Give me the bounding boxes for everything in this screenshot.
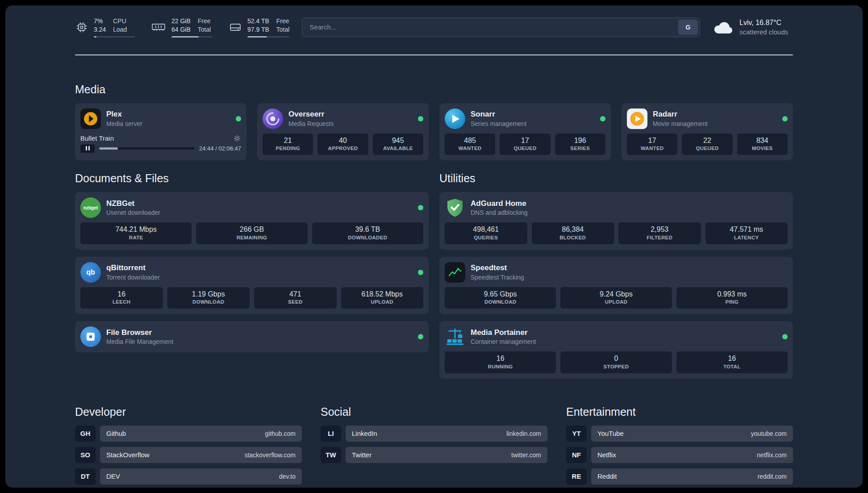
bookmark-dev[interactable]: DT DEV dev.to: [75, 468, 302, 485]
stat-queued: 17 QUEUED: [500, 134, 550, 155]
bookmark-youtube[interactable]: YT YouTube youtube.com: [566, 426, 793, 442]
bookmark-netflix[interactable]: NF Netflix netflix.com: [566, 447, 793, 463]
service-name: NZBGet: [106, 199, 160, 208]
stat-upload: 618.52 Mbps UPLOAD: [341, 287, 424, 309]
bookmark-name: LinkedIn: [352, 430, 377, 437]
radarr-icon: [627, 109, 647, 129]
service-name: Media Portainer: [471, 328, 536, 337]
disk-total-label: Total: [276, 25, 290, 34]
stat-filtered: 2,953 FILTERED: [618, 222, 701, 244]
stat-leech: 16 LEECH: [80, 287, 163, 309]
stat-pending: 21 PENDING: [263, 134, 313, 155]
bookmark-name: DEV: [106, 472, 120, 480]
service-card-portainer[interactable]: Media Portainer Container management 16 …: [439, 321, 793, 379]
bookmark-github[interactable]: GH Github github.com: [75, 426, 302, 442]
gear-icon[interactable]: [233, 134, 241, 142]
bookmark-abbr: YT: [566, 426, 587, 442]
playback-time: 24:44 / 02:06:47: [199, 145, 241, 152]
service-desc: Container management: [471, 338, 536, 346]
cpu-percent: 7%: [94, 17, 106, 25]
disk-icon: [229, 21, 242, 34]
cloud-icon: [713, 20, 734, 35]
service-card-adguard[interactable]: AdGuard Home DNS and adblocking 498,461 …: [439, 192, 793, 250]
status-dot: [782, 334, 788, 339]
bookmark-abbr: LI: [321, 426, 341, 442]
plex-icon: [80, 109, 101, 129]
service-name: Plex: [106, 110, 142, 119]
status-dot: [236, 116, 241, 121]
stat-download: 1.19 Gbps DOWNLOAD: [167, 287, 250, 309]
top-bar: 7% 3.24 CPU Load: [75, 17, 793, 38]
memory-widget: 22 GiB 64 GiB Free Total: [151, 17, 213, 38]
service-card-sonarr[interactable]: Sonarr Series management 485 WANTED 17 Q…: [439, 103, 611, 161]
nzbget-icon: nzbget: [80, 197, 101, 218]
service-card-filebrowser[interactable]: File Browser Media File Management: [75, 321, 429, 352]
bookmark-url: reddit.com: [758, 473, 787, 480]
bookmark-stackoverflow[interactable]: SO StackOverflow stackoverflow.com: [75, 447, 302, 463]
service-card-speedtest[interactable]: Speedtest Speedtest Tracking 9.65 Gbps D…: [439, 257, 793, 314]
service-card-radarr[interactable]: Radarr Movie management 17 WANTED 22 QUE…: [622, 103, 793, 161]
memory-progress: [171, 36, 213, 38]
playback-progress[interactable]: [99, 147, 195, 150]
bookmark-reddit[interactable]: RE Reddit reddit.com: [566, 468, 793, 485]
bookmark-abbr: GH: [75, 426, 96, 442]
service-desc: Media Requests: [288, 120, 334, 128]
service-card-nzbget[interactable]: nzbget NZBGet Usenet downloader 744.21 M…: [75, 192, 429, 250]
bookmark-twitter[interactable]: TW Twitter twitter.com: [321, 447, 547, 463]
status-dot: [418, 334, 423, 339]
service-desc: Media File Management: [106, 338, 173, 346]
service-card-qbittorrent[interactable]: qb qBittorrent Torrent downloader 16 LEE…: [75, 257, 429, 314]
bookmark-linkedin[interactable]: LI LinkedIn linkedin.com: [321, 426, 547, 442]
bookmark-name: Github: [106, 430, 126, 437]
weather-location: Lviv, 16.87°C: [739, 18, 788, 28]
service-desc: Media server: [106, 120, 142, 128]
section-social: Social LI LinkedIn linkedin.com TW Twitt…: [321, 405, 547, 485]
speedtest-icon: [445, 262, 465, 283]
service-name: Speedtest: [471, 263, 524, 272]
bookmark-abbr: NF: [566, 447, 587, 463]
bookmark-name: Reddit: [597, 472, 617, 480]
now-playing-title: Bullet Train: [80, 134, 114, 142]
dashboard-page: 7% 3.24 CPU Load: [5, 5, 863, 488]
bookmark-name: Netflix: [597, 451, 616, 459]
bookmark-abbr: RE: [566, 468, 587, 485]
service-desc: Torrent downloader: [106, 274, 160, 281]
resource-widgets: 7% 3.24 CPU Load: [75, 17, 289, 38]
portainer-icon: [445, 326, 465, 347]
stat-queued: 22 QUEUED: [682, 134, 732, 155]
cpu-widget: 7% 3.24 CPU Load: [75, 17, 135, 38]
bookmark-name: Twitter: [352, 451, 371, 459]
bookmark-url: twitter.com: [511, 451, 541, 459]
stat-latency: 47.571 ms LATENCY: [705, 222, 788, 244]
plex-now-playing-widget: Bullet Train 24:44 / 0: [80, 134, 241, 153]
bookmark-name: StackOverflow: [106, 451, 150, 459]
section-developer: Developer GH Github github.com SO StackO…: [75, 405, 302, 485]
filebrowser-icon: [80, 326, 101, 347]
stat-downloaded: 39.6 TB DOWNLOADED: [312, 222, 423, 244]
stat-blocked: 86,384 BLOCKED: [532, 222, 614, 244]
service-name: Sonarr: [471, 110, 526, 119]
service-name: qBittorrent: [106, 263, 160, 272]
service-name: File Browser: [106, 328, 173, 337]
service-card-plex[interactable]: Plex Media server Bullet Train: [75, 103, 246, 161]
bookmark-url: stackoverflow.com: [245, 451, 296, 459]
section-entertainment: Entertainment YT YouTube youtube.com NF …: [566, 405, 793, 485]
search-input[interactable]: [302, 17, 700, 37]
bookmark-url: dev.to: [279, 473, 296, 480]
section-title-utilities: Utilities: [439, 172, 793, 185]
memory-total-label: Total: [198, 25, 211, 34]
bookmark-url: linkedin.com: [506, 430, 541, 437]
status-dot: [600, 116, 605, 121]
status-dot: [782, 116, 788, 121]
memory-free-label: Free: [198, 17, 211, 25]
memory-icon: [151, 21, 166, 34]
pause-button[interactable]: [80, 144, 95, 153]
service-card-overseerr[interactable]: Overseerr Media Requests 21 PENDING 40 A…: [257, 103, 429, 161]
stat-rate: 744.21 Mbps RATE: [80, 222, 192, 244]
disk-widget: 52.4 TB 97.9 TB Free Total: [229, 17, 289, 38]
bookmark-url: youtube.com: [751, 430, 787, 437]
disk-free-value: 52.4 TB: [247, 17, 269, 25]
search-provider-button[interactable]: G: [678, 20, 698, 35]
search-bar: G: [302, 17, 700, 37]
window-frame: 7% 3.24 CPU Load: [0, 0, 868, 493]
